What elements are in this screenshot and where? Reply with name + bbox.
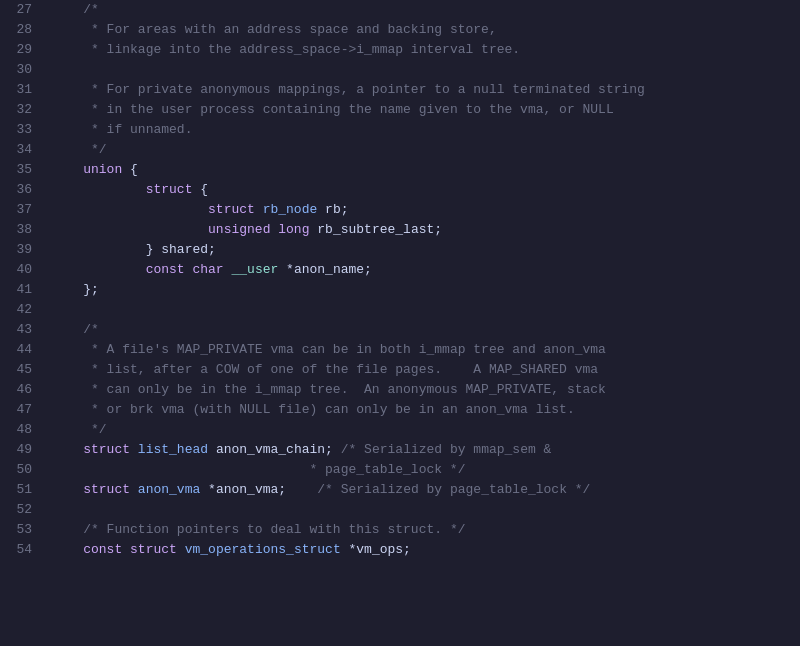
code-line: const struct vm_operations_struct *vm_op…: [52, 540, 800, 560]
line-number: 49: [0, 440, 32, 460]
code-line: const char __user *anon_name;: [52, 260, 800, 280]
code-line: struct {: [52, 180, 800, 200]
code-line: * in the user process containing the nam…: [52, 100, 800, 120]
code-line: */: [52, 140, 800, 160]
line-number: 30: [0, 60, 32, 80]
line-number: 35: [0, 160, 32, 180]
line-number: 47: [0, 400, 32, 420]
code-line: /* Function pointers to deal with this s…: [52, 520, 800, 540]
line-number: 50: [0, 460, 32, 480]
line-number: 27: [0, 0, 32, 20]
line-number: 40: [0, 260, 32, 280]
line-number: 37: [0, 200, 32, 220]
code-line: * if unnamed.: [52, 120, 800, 140]
line-number: 48: [0, 420, 32, 440]
code-line: [52, 500, 800, 520]
line-number: 36: [0, 180, 32, 200]
code-line: * can only be in the i_mmap tree. An ano…: [52, 380, 800, 400]
line-number: 52: [0, 500, 32, 520]
line-number: 29: [0, 40, 32, 60]
code-content: /* * For areas with an address space and…: [48, 0, 800, 646]
code-line: * A file's MAP_PRIVATE vma can be in bot…: [52, 340, 800, 360]
code-editor: 2728293031323334353637383940414243444546…: [0, 0, 800, 646]
code-line: * For private anonymous mappings, a poin…: [52, 80, 800, 100]
line-number: 51: [0, 480, 32, 500]
code-line: struct anon_vma *anon_vma; /* Serialized…: [52, 480, 800, 500]
line-number: 45: [0, 360, 32, 380]
code-line: struct rb_node rb;: [52, 200, 800, 220]
code-line: [52, 60, 800, 80]
line-number: 34: [0, 140, 32, 160]
code-line: */: [52, 420, 800, 440]
code-line: } shared;: [52, 240, 800, 260]
line-number: 44: [0, 340, 32, 360]
code-line: };: [52, 280, 800, 300]
line-number: 32: [0, 100, 32, 120]
line-number: 53: [0, 520, 32, 540]
line-number: 43: [0, 320, 32, 340]
code-line: /*: [52, 0, 800, 20]
code-line: /*: [52, 320, 800, 340]
line-number: 46: [0, 380, 32, 400]
line-numbers: 2728293031323334353637383940414243444546…: [0, 0, 48, 646]
code-line: * or brk vma (with NULL file) can only b…: [52, 400, 800, 420]
code-line: * linkage into the address_space->i_mmap…: [52, 40, 800, 60]
code-line: [52, 300, 800, 320]
code-line: struct list_head anon_vma_chain; /* Seri…: [52, 440, 800, 460]
line-number: 28: [0, 20, 32, 40]
line-number: 41: [0, 280, 32, 300]
code-line: * page_table_lock */: [52, 460, 800, 480]
code-line: union {: [52, 160, 800, 180]
code-line: * For areas with an address space and ba…: [52, 20, 800, 40]
line-number: 38: [0, 220, 32, 240]
code-line: unsigned long rb_subtree_last;: [52, 220, 800, 240]
line-number: 31: [0, 80, 32, 100]
line-number: 39: [0, 240, 32, 260]
code-line: * list, after a COW of one of the file p…: [52, 360, 800, 380]
line-number: 42: [0, 300, 32, 320]
line-number: 54: [0, 540, 32, 560]
line-number: 33: [0, 120, 32, 140]
